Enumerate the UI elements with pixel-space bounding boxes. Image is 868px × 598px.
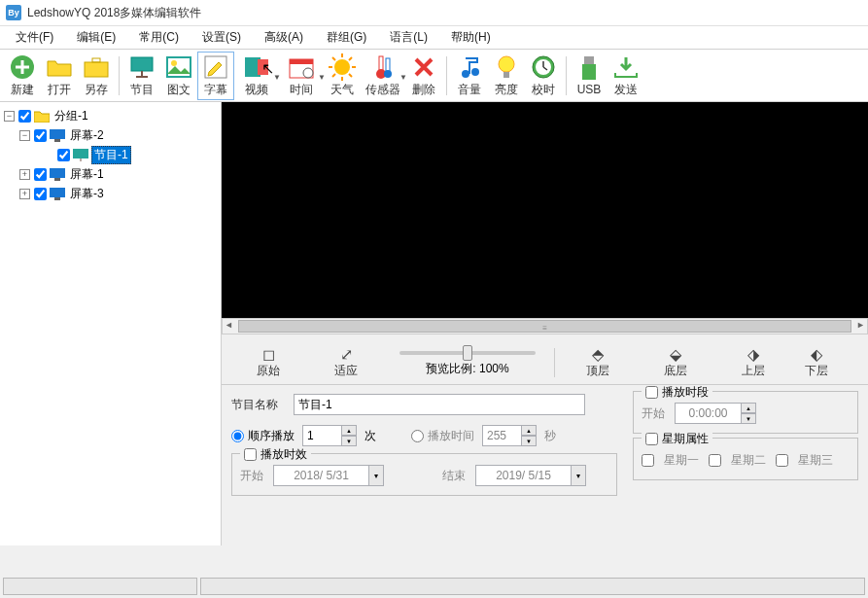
monday-checkbox[interactable] bbox=[642, 454, 654, 467]
image-icon bbox=[165, 53, 192, 81]
menu-file[interactable]: 文件(F) bbox=[6, 27, 63, 48]
seq-play-radio[interactable] bbox=[231, 430, 244, 442]
time-button[interactable]: ▼时间 bbox=[279, 52, 324, 100]
tree-group[interactable]: − 分组-1 bbox=[4, 106, 217, 125]
svg-rect-40 bbox=[54, 178, 60, 181]
tree-checkbox[interactable] bbox=[34, 129, 47, 142]
app-title: LedshowYQ 2018多媒体编辑软件 bbox=[27, 5, 201, 21]
folder-open-icon bbox=[46, 53, 73, 81]
toolbar: 新建 打开 另存 节目 图文 字幕 ▼视频 ↖ ▼时间 天气 ▼传感器 删除 音… bbox=[0, 50, 868, 102]
spin-up[interactable]: ▲ bbox=[521, 425, 537, 436]
delete-button[interactable]: 删除 bbox=[405, 52, 442, 100]
zoom-original-button[interactable]: ◻原始 bbox=[229, 345, 307, 379]
layer-bottom-icon: ⬙ bbox=[670, 345, 681, 363]
tuesday-checkbox[interactable] bbox=[709, 454, 721, 467]
collapse-icon[interactable]: − bbox=[4, 111, 15, 122]
spin-up[interactable]: ▲ bbox=[341, 425, 357, 436]
tree-checkbox[interactable] bbox=[18, 110, 31, 123]
menu-common[interactable]: 常用(C) bbox=[129, 27, 189, 48]
zoom-fit-button[interactable]: ⤢适应 bbox=[307, 345, 385, 379]
download-icon bbox=[612, 53, 640, 81]
svg-point-27 bbox=[462, 70, 469, 78]
monitor-icon bbox=[50, 128, 65, 142]
period-enable-checkbox[interactable] bbox=[645, 386, 658, 399]
brightness-button[interactable]: 亮度 bbox=[488, 52, 525, 100]
cursor-icon: ↖ bbox=[261, 59, 274, 78]
svg-line-20 bbox=[349, 74, 352, 77]
bulb-icon bbox=[493, 53, 520, 81]
seconds-label: 秒 bbox=[544, 428, 556, 444]
tree-panel: − 分组-1 − 屏幕-2 节目-1 + 屏幕-1 + 屏幕-3 bbox=[0, 102, 222, 545]
spin-down[interactable]: ▼ bbox=[521, 436, 537, 446]
effect-enable-checkbox[interactable] bbox=[244, 448, 257, 461]
week-enable-checkbox[interactable] bbox=[645, 433, 658, 445]
sensor-button[interactable]: ▼传感器 bbox=[361, 52, 405, 100]
tree-checkbox[interactable] bbox=[34, 168, 47, 181]
expand-icon[interactable]: + bbox=[19, 189, 30, 199]
svg-rect-34 bbox=[582, 64, 596, 80]
menu-language[interactable]: 语言(L) bbox=[380, 27, 437, 48]
tree-program1[interactable]: 节目-1 bbox=[4, 145, 217, 164]
open-button[interactable]: 打开 bbox=[41, 52, 78, 100]
menu-settings[interactable]: 设置(S) bbox=[192, 27, 251, 48]
menu-edit[interactable]: 编辑(E) bbox=[67, 27, 125, 48]
svg-rect-39 bbox=[50, 168, 65, 178]
svg-line-21 bbox=[332, 74, 335, 77]
layer-up-icon: ⬗ bbox=[747, 345, 759, 363]
tree-screen1[interactable]: + 屏幕-1 bbox=[4, 164, 217, 184]
layer-bottom-button[interactable]: ⬙底层 bbox=[637, 345, 714, 379]
tree-checkbox[interactable] bbox=[57, 149, 70, 161]
week-group-title: 星期属性 bbox=[662, 431, 709, 447]
layer-top-button[interactable]: ⬘顶层 bbox=[559, 345, 637, 379]
collapse-icon[interactable]: − bbox=[19, 130, 30, 141]
square-handles-icon: ◻ bbox=[262, 345, 275, 363]
spin-down[interactable]: ▼ bbox=[341, 436, 357, 446]
svg-point-28 bbox=[471, 68, 479, 76]
svg-point-13 bbox=[303, 68, 313, 78]
layer-down-button[interactable]: ⬖下层 bbox=[792, 345, 841, 379]
timing-button[interactable]: 校时 bbox=[525, 52, 562, 100]
menu-advanced[interactable]: 高级(A) bbox=[255, 27, 313, 48]
saveas-button[interactable]: 另存 bbox=[78, 52, 115, 100]
separator bbox=[554, 348, 555, 377]
zoom-slider-wrap: 预览比例: 100% bbox=[385, 347, 550, 377]
period-start-time[interactable]: ▲▼ bbox=[675, 403, 756, 424]
svg-line-22 bbox=[349, 57, 352, 60]
tree-screen3[interactable]: + 屏幕-3 bbox=[4, 184, 217, 203]
play-time-spinner[interactable]: ▲▼ bbox=[482, 425, 537, 446]
usb-icon bbox=[575, 54, 603, 82]
new-button[interactable]: 新建 bbox=[4, 52, 41, 100]
usb-button[interactable]: USB bbox=[571, 52, 608, 100]
volume-button[interactable]: 音量 bbox=[451, 52, 488, 100]
end-date-picker[interactable]: ▾ bbox=[475, 465, 586, 486]
date-dropdown[interactable]: ▾ bbox=[368, 465, 384, 486]
date-dropdown[interactable]: ▾ bbox=[571, 465, 586, 486]
wednesday-checkbox[interactable] bbox=[776, 454, 788, 467]
program-name-input[interactable] bbox=[294, 394, 585, 415]
imgtxt-button[interactable]: 图文 bbox=[160, 52, 197, 100]
menu-help[interactable]: 帮助(H) bbox=[441, 27, 501, 48]
spin-down[interactable]: ▼ bbox=[741, 413, 756, 424]
folder-icon bbox=[34, 109, 50, 123]
menu-group[interactable]: 群组(G) bbox=[317, 27, 376, 48]
app-logo-icon: By bbox=[6, 5, 21, 20]
zoom-slider[interactable] bbox=[399, 351, 536, 355]
tree-checkbox[interactable] bbox=[34, 188, 47, 200]
play-time-radio[interactable] bbox=[411, 430, 424, 442]
video-button[interactable]: ▼视频 ↖ bbox=[234, 52, 279, 100]
tree-screen2[interactable]: − 屏幕-2 bbox=[4, 125, 217, 145]
start-date-picker[interactable]: ▾ bbox=[273, 465, 384, 486]
horizontal-scrollbar[interactable]: ≡ bbox=[222, 318, 868, 334]
subtitle-button[interactable]: 字幕 bbox=[197, 52, 234, 100]
effect-group-title: 播放时效 bbox=[260, 446, 307, 463]
spin-up[interactable]: ▲ bbox=[741, 403, 756, 413]
layer-up-button[interactable]: ⬗上层 bbox=[714, 345, 792, 379]
send-button[interactable]: 发送 bbox=[608, 52, 644, 100]
play-time-label: 播放时间 bbox=[428, 428, 474, 444]
preview-canvas bbox=[222, 102, 868, 318]
seq-count-spinner[interactable]: ▲▼ bbox=[302, 425, 357, 446]
weather-button[interactable]: 天气 bbox=[324, 52, 361, 100]
program-button[interactable]: 节目 bbox=[123, 52, 160, 100]
expand-icon[interactable]: + bbox=[19, 169, 30, 180]
slider-knob[interactable] bbox=[463, 345, 472, 361]
